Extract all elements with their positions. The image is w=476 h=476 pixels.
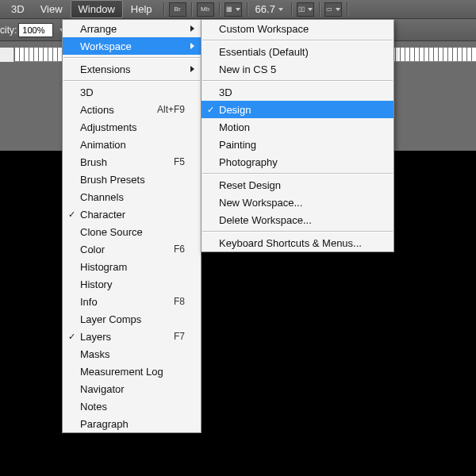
- window-menu-dropdown: ArrangeWorkspaceExtensions3DActionsAlt+F…: [62, 19, 202, 433]
- separator: [347, 2, 347, 17]
- menu-separator: [202, 231, 393, 232]
- separator: [319, 2, 320, 17]
- menu-item-label: History: [80, 278, 185, 290]
- menu-item-label: Brush: [80, 156, 174, 168]
- opacity-input[interactable]: [18, 23, 53, 37]
- window-menu-item-animation[interactable]: Animation: [63, 136, 201, 153]
- workspace-submenu: Custom WorkspaceEssentials (Default)New …: [201, 19, 394, 252]
- menu-shortcut: F5: [174, 156, 185, 167]
- menu-item-label: Arrange: [80, 23, 185, 35]
- window-menu-item-layers[interactable]: ✓LayersF7: [63, 328, 201, 345]
- window-menu-item-color[interactable]: ColorF6: [63, 240, 201, 258]
- menu-item-label: Extensions: [80, 63, 185, 75]
- menu-item-label: Motion: [219, 121, 378, 133]
- screen-mode-icon[interactable]: ▭: [324, 2, 342, 17]
- menu-item-label: Color: [80, 244, 174, 255]
- menu-item-label: Clone Source: [80, 226, 185, 238]
- window-menu-item-brush-presets[interactable]: Brush Presets: [63, 171, 201, 188]
- window-menu-item-character[interactable]: ✓Character: [63, 205, 201, 223]
- menu-item-label: Masks: [80, 348, 185, 360]
- window-menu-item-layer-comps[interactable]: Layer Comps: [63, 310, 201, 328]
- menu-item-label: Custom Workspace: [219, 23, 378, 35]
- menu-separator: [202, 173, 393, 174]
- menu-item-label: Histogram: [80, 261, 185, 273]
- workspace-item-reset-design[interactable]: Reset Design: [202, 176, 393, 194]
- window-menu-item-navigator[interactable]: Navigator: [63, 380, 201, 397]
- workspace-item-custom-workspace[interactable]: Custom Workspace: [202, 20, 393, 37]
- menu-item-label: Layer Comps: [80, 313, 185, 325]
- separator: [247, 2, 248, 17]
- window-menu-item-clone-source[interactable]: Clone Source: [63, 223, 201, 240]
- workspace-item-3d[interactable]: 3D: [202, 83, 393, 101]
- window-menu-item-channels[interactable]: Channels: [63, 188, 201, 205]
- menu-item-label: Measurement Log: [80, 366, 185, 378]
- window-menu-item-history[interactable]: History: [63, 275, 201, 293]
- minibridge-icon[interactable]: Mb: [197, 2, 214, 17]
- menu-item-label: Layers: [80, 331, 174, 343]
- opacity-label: city:: [0, 25, 17, 36]
- window-menu-item-3d[interactable]: 3D: [63, 83, 201, 101]
- view-extras-icon[interactable]: ▦: [225, 2, 242, 17]
- menu-item-label: Actions: [80, 104, 157, 116]
- menu-shortcut: F8: [174, 296, 185, 307]
- separator: [191, 2, 192, 17]
- menu-shortcut: F6: [174, 244, 185, 255]
- check-icon: ✓: [68, 209, 75, 220]
- menu-help[interactable]: Help: [123, 0, 160, 18]
- menu-item-label: Workspace: [80, 40, 185, 52]
- menu-view[interactable]: View: [33, 0, 71, 18]
- window-menu-item-brush[interactable]: BrushF5: [63, 153, 201, 171]
- workspace-item-design[interactable]: ✓Design: [202, 101, 393, 118]
- workspace-item-new-workspace-[interactable]: New Workspace...: [202, 194, 393, 211]
- doc-arrange-icon[interactable]: ▯▯: [297, 2, 314, 17]
- menu-item-label: Brush Presets: [80, 174, 185, 186]
- menu-item-label: Navigator: [80, 383, 185, 395]
- window-menu-item-extensions[interactable]: Extensions: [63, 60, 201, 78]
- workspace-item-new-in-cs-5[interactable]: New in CS 5: [202, 60, 393, 78]
- menu-shortcut: F7: [174, 331, 185, 342]
- window-menu-item-info[interactable]: InfoF8: [63, 293, 201, 310]
- zoom-dropdown[interactable]: 66.7: [255, 3, 283, 15]
- check-icon: ✓: [207, 105, 214, 115]
- chevron-right-icon: [190, 66, 194, 72]
- window-menu-item-actions[interactable]: ActionsAlt+F9: [63, 101, 201, 118]
- menubar: 3D View Window Help Br Mb ▦ 66.7 ▯▯ ▭: [0, 0, 476, 19]
- menu-item-label: New in CS 5: [219, 63, 378, 75]
- workspace-item-painting[interactable]: Painting: [202, 136, 393, 153]
- workspace-item-motion[interactable]: Motion: [202, 118, 393, 136]
- window-menu-item-arrange[interactable]: Arrange: [63, 20, 201, 37]
- window-menu-item-workspace[interactable]: Workspace: [63, 37, 201, 55]
- menu-item-label: Essentials (Default): [219, 46, 378, 58]
- ruler-corner: [0, 48, 14, 62]
- check-icon: ✓: [68, 332, 75, 342]
- workspace-item-delete-workspace-[interactable]: Delete Workspace...: [202, 211, 393, 228]
- separator: [291, 2, 292, 17]
- menu-item-label: Animation: [80, 139, 185, 151]
- window-menu-item-histogram[interactable]: Histogram: [63, 258, 201, 275]
- menu-item-label: Reset Design: [219, 179, 378, 191]
- menu-item-label: Delete Workspace...: [219, 214, 378, 226]
- menu-item-label: 3D: [219, 86, 378, 98]
- window-menu-item-paragraph[interactable]: Paragraph: [63, 415, 201, 432]
- workspace-item-essentials-default-[interactable]: Essentials (Default): [202, 43, 393, 60]
- menu-separator: [63, 80, 200, 81]
- separator: [219, 2, 220, 17]
- menu-separator: [202, 80, 393, 81]
- menu-item-label: Notes: [80, 401, 185, 413]
- window-menu-item-measurement-log[interactable]: Measurement Log: [63, 363, 201, 380]
- window-menu-item-adjustments[interactable]: Adjustments: [63, 118, 201, 136]
- window-menu-item-masks[interactable]: Masks: [63, 345, 201, 363]
- chevron-right-icon: [190, 25, 194, 32]
- workspace-item-keyboard-shortcuts-menus-[interactable]: Keyboard Shortcuts & Menus...: [202, 234, 393, 251]
- menu-item-label: Design: [219, 104, 378, 116]
- menu-item-label: Painting: [219, 139, 378, 151]
- menu-window[interactable]: Window: [71, 0, 123, 18]
- separator: [163, 2, 164, 17]
- bridge-icon[interactable]: Br: [169, 2, 186, 17]
- menu-3d[interactable]: 3D: [3, 0, 33, 18]
- window-menu-item-notes[interactable]: Notes: [63, 397, 201, 415]
- workspace-item-photography[interactable]: Photography: [202, 153, 393, 171]
- menu-separator: [63, 57, 200, 58]
- menu-item-label: Photography: [219, 156, 378, 168]
- menu-item-label: 3D: [80, 86, 185, 98]
